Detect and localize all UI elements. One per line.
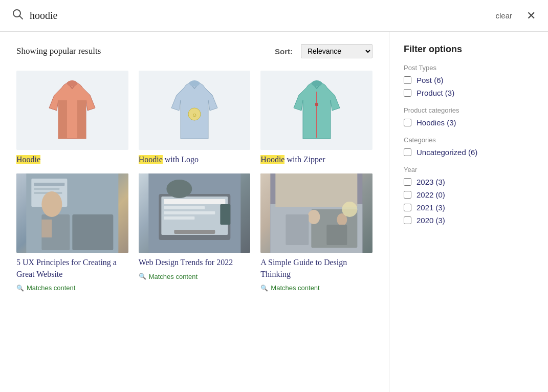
filter-option-label: Uncategorized (6) [417,148,477,157]
filter-option-product[interactable]: Product (3) [404,89,534,97]
post-card: A Simple Guide to Design Thinking 🔍 Matc… [260,173,372,292]
filter-option-2020[interactable]: 2020 (3) [404,216,534,225]
filter-option-label: Hoodies (3) [417,118,456,127]
product-image: ☺ [139,71,251,150]
product-card: Hoodie [16,71,128,165]
search-query: hoodie [30,10,489,21]
matches-label: Matches content [27,284,75,292]
filter-option-label: 2021 (3) [417,203,445,212]
filter-section-post-types: Post Types Post (6) Product (3) [404,64,534,97]
filter-checkbox-hoodies[interactable] [404,119,411,126]
post-image [260,173,372,253]
filter-checkbox-2020[interactable] [404,216,411,224]
results-header: Showing popular results Sort: Relevance … [16,44,372,58]
svg-text:☺: ☺ [192,112,197,118]
post-title: Web Design Trends for 2022 [139,257,251,268]
product-title: Hoodie with Logo [139,154,251,165]
matches-content: 🔍 Matches content [260,284,372,292]
svg-rect-17 [41,220,52,237]
svg-rect-22 [164,206,205,209]
filter-option-hoodies[interactable]: Hoodies (3) [404,118,534,127]
matches-content: 🔍 Matches content [16,284,128,292]
svg-rect-12 [34,188,59,190]
filter-section-product-categories: Product categories Hoodies (3) [404,106,534,127]
svg-rect-25 [174,230,215,234]
filter-option-label: Post (6) [417,76,444,84]
close-button[interactable]: ✕ [527,9,536,23]
filter-checkbox-uncategorized[interactable] [404,148,411,156]
search-icon [12,9,24,23]
svg-rect-24 [164,216,194,220]
search-bar: hoodie clear ✕ [0,0,548,32]
svg-point-6 [312,80,322,86]
post-card: 5 UX Principles for Creating a Great Web… [16,173,128,292]
search-icon-small: 🔍 [260,285,268,292]
product-image [260,71,372,150]
filter-option-2021[interactable]: 2021 (3) [404,203,534,212]
search-icon-small: 🔍 [16,285,24,292]
filter-checkbox-post[interactable] [404,76,411,84]
filter-option-label: 2020 (3) [417,216,445,225]
filter-option-label: 2023 (3) [417,178,445,186]
svg-rect-35 [286,214,309,245]
highlight: Hoodie [16,155,40,164]
svg-point-36 [342,202,358,217]
filter-section-label: Post Types [404,64,534,72]
sort-label: Sort: [275,47,293,56]
filter-section-categories: Categories Uncategorized (6) [404,136,534,157]
filter-option-label: 2022 (0) [417,190,445,199]
filter-checkbox-2022[interactable] [404,191,411,199]
product-title: Hoodie with Zipper [260,154,372,165]
sort-select[interactable]: Relevance Date Price [301,44,372,58]
filter-pane: Filter options Post Types Post (6) Produ… [389,32,548,392]
filter-checkbox-2023[interactable] [404,178,411,186]
product-image [16,71,128,150]
filter-section-label: Product categories [404,106,534,114]
svg-point-32 [308,210,320,224]
filter-section-label: Categories [404,136,534,144]
filter-option-uncategorized[interactable]: Uncategorized (6) [404,148,534,157]
highlight: Hoodie [260,155,284,164]
post-card: Web Design Trends for 2022 🔍 Matches con… [139,173,251,292]
svg-point-26 [166,180,192,198]
post-title: A Simple Guide to Design Thinking [260,257,372,280]
filter-checkbox-2021[interactable] [404,204,411,211]
product-grid: Hoodie ☺ Hoodie with Logo [16,71,372,292]
matches-label: Matches content [149,273,198,280]
results-showing-label: Showing popular results [16,46,267,56]
filter-checkbox-product[interactable] [404,89,411,97]
filter-option-2022[interactable]: 2022 (0) [404,190,534,199]
clear-button[interactable]: clear [495,11,512,20]
filter-option-post[interactable]: Post (6) [404,76,534,84]
search-icon-small: 🔍 [139,273,146,280]
svg-rect-21 [164,199,225,204]
product-title: Hoodie [16,154,128,165]
svg-rect-11 [34,183,64,186]
svg-rect-27 [220,204,230,225]
svg-rect-14 [72,214,113,250]
post-title: 5 UX Principles for Creating a Great Web… [16,257,128,280]
filter-section-label: Year [404,166,534,173]
filter-option-2023[interactable]: 2023 (3) [404,178,534,186]
svg-rect-30 [276,173,358,207]
svg-point-16 [41,191,62,217]
matches-label: Matches content [271,284,319,292]
svg-line-1 [20,16,23,19]
results-pane: Showing popular results Sort: Relevance … [0,32,389,392]
filter-option-label: Product (3) [417,89,454,97]
svg-rect-23 [164,211,215,214]
main-layout: Showing popular results Sort: Relevance … [0,32,548,392]
matches-content: 🔍 Matches content [139,273,251,280]
product-card: Hoodie with Zipper [260,71,372,165]
post-image [16,173,128,253]
filter-section-year: Year 2023 (3) 2022 (0) 2021 (3) 2020 (3) [404,166,534,225]
svg-point-3 [189,80,200,86]
svg-point-2 [67,80,77,86]
svg-rect-34 [327,225,347,245]
product-card: ☺ Hoodie with Logo [139,71,251,165]
svg-rect-8 [315,103,318,106]
post-image [139,173,251,253]
filter-title: Filter options [404,44,534,55]
highlight: Hoodie [139,155,163,164]
